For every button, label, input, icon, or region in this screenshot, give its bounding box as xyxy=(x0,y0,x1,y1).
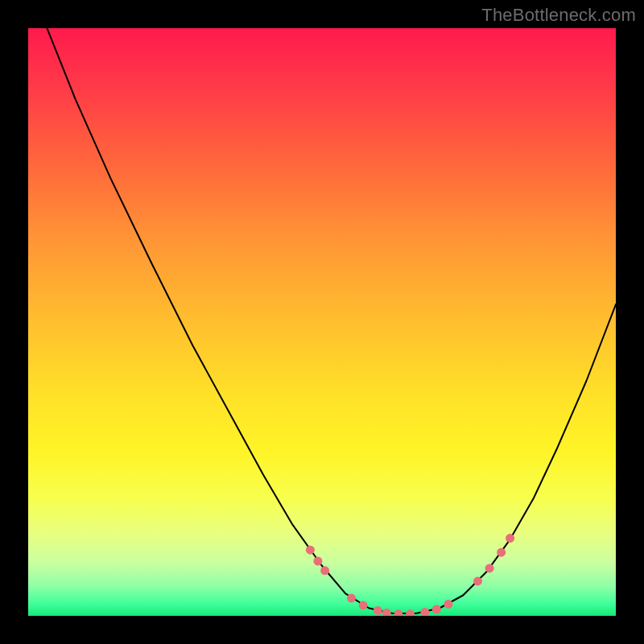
chart-svg xyxy=(28,28,616,616)
marker-dot xyxy=(306,546,315,555)
marker-dot xyxy=(320,566,329,575)
marker-dot xyxy=(374,606,382,615)
marker-dot xyxy=(473,576,482,585)
marker-dot xyxy=(420,608,429,616)
marker-dot xyxy=(359,601,368,609)
marker-dot xyxy=(394,609,402,616)
marker-dot xyxy=(347,594,356,603)
marker-dot xyxy=(432,605,441,614)
curve-bottleneck-curve xyxy=(47,28,616,613)
marker-dot xyxy=(313,557,322,566)
marker-dot xyxy=(506,534,514,543)
marker-dot xyxy=(382,609,391,616)
marker-dot xyxy=(497,548,506,557)
watermark-text: TheBottleneck.com xyxy=(481,5,636,26)
marker-dot xyxy=(406,609,415,616)
marker-dot xyxy=(485,564,494,572)
chart-frame: TheBottleneck.com xyxy=(0,0,644,644)
marker-dot xyxy=(444,600,452,609)
chart-plot-area xyxy=(28,28,616,616)
